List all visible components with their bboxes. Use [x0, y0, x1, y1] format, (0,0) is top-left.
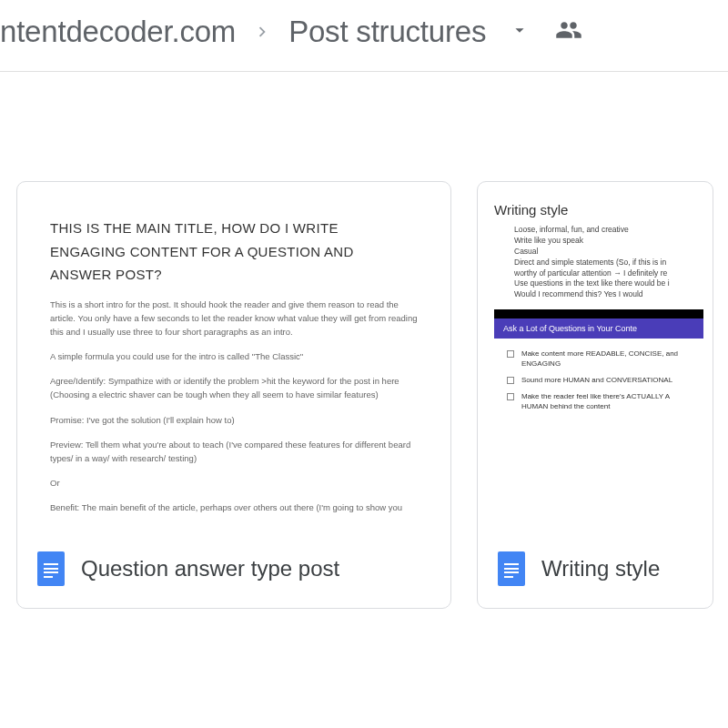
list-item: Use questions in the text like there wou…: [514, 278, 703, 289]
list-item: Would I recommend this? Yes I would: [514, 289, 703, 300]
file-card[interactable]: THIS IS THE MAIN TITLE, HOW DO I WRITE E…: [16, 181, 451, 609]
thumb-text: Promise: I've got the solution (I'll exp…: [50, 413, 418, 427]
list-item: Casual: [514, 247, 703, 258]
thumb-text: Benefit: The main benefit of the article…: [50, 500, 418, 514]
file-thumbnail: Writing style Loose, informal, fun, and …: [478, 182, 713, 535]
file-footer: Question answer type post: [17, 535, 450, 608]
file-title: Writing style: [541, 556, 660, 581]
thumb-heading: THIS IS THE MAIN TITLE, HOW DO I WRITE E…: [50, 217, 418, 287]
list-item: Direct and simple statements (So, if thi…: [514, 258, 703, 268]
thumb-list: Loose, informal, fun, and creative Write…: [494, 225, 703, 300]
file-footer: Writing style: [478, 535, 713, 608]
thumb-text: A simple formula you could use for the i…: [50, 349, 418, 363]
breadcrumb-item-2[interactable]: Post structures: [288, 15, 486, 49]
google-doc-icon: [37, 551, 65, 586]
breadcrumb-bar: ntentdecoder.com Post structures: [0, 0, 728, 72]
google-doc-icon: [498, 551, 525, 586]
slide-body: Make content more READABLE, CONCISE, and…: [494, 339, 703, 424]
thumb-text: Or: [50, 476, 418, 490]
people-icon[interactable]: [555, 16, 582, 47]
file-thumbnail: THIS IS THE MAIN TITLE, HOW DO I WRITE E…: [17, 182, 450, 535]
list-item: Make the reader feel like there's ACTUAL…: [521, 392, 698, 411]
file-title: Question answer type post: [81, 556, 339, 581]
slide-bar: [494, 309, 703, 318]
chevron-right-icon: [252, 22, 272, 42]
thumb-heading: Writing style: [494, 202, 703, 217]
list-item: worthy of particular attention → I defin…: [514, 268, 703, 279]
slide-title-bar: Ask a Lot of Questions in Your Conte: [494, 318, 703, 339]
list-item: Loose, informal, fun, and creative: [514, 225, 703, 236]
file-grid: THIS IS THE MAIN TITLE, HOW DO I WRITE E…: [0, 72, 728, 609]
file-card[interactable]: Writing style Loose, informal, fun, and …: [477, 181, 713, 609]
thumb-text: Preview: Tell them what you're about to …: [50, 438, 418, 465]
list-item: Sound more HUMAN and CONVERSATIONAL: [521, 376, 672, 385]
breadcrumb-item-1[interactable]: ntentdecoder.com: [0, 15, 236, 49]
thumb-text: This is a short intro for the post. It s…: [50, 298, 418, 339]
chevron-down-icon[interactable]: [510, 20, 530, 44]
list-item: Write like you speak: [514, 236, 703, 247]
thumb-text: Agree/Identify: Sympathize with or ident…: [50, 374, 418, 401]
list-item: Make content more READABLE, CONCISE, and…: [521, 349, 698, 369]
